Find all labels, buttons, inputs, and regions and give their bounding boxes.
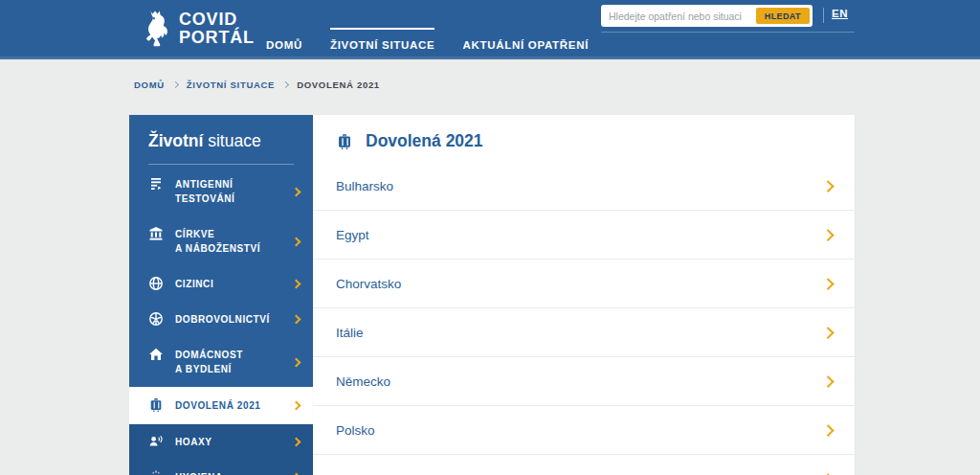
globe-icon <box>148 276 165 291</box>
country-list: BulharskoEgyptChorvatskoItálieNěmeckoPol… <box>313 162 855 475</box>
country-link-italie[interactable]: Itálie <box>313 308 855 357</box>
country-link-chorvatsko[interactable]: Chorvatsko <box>313 260 855 308</box>
search-input[interactable] <box>601 11 756 22</box>
chevron-right-icon <box>292 401 301 411</box>
sidebar-item-label: CIZINCI <box>175 277 213 291</box>
chevron-right-icon <box>822 424 834 436</box>
country-label: Portugalsko <box>336 472 404 475</box>
header-underline <box>601 32 855 33</box>
sidebar-item-label: DOVOLENÁ 2021 <box>175 398 261 413</box>
sidebar-item-label: CÍRKVE A NÁBOŽENSTVÍ <box>175 227 260 256</box>
chevron-right-icon <box>292 187 301 196</box>
breadcrumb-separator-icon <box>282 80 289 87</box>
country-link-egypt[interactable]: Egypt <box>313 211 855 260</box>
chevron-right-icon <box>292 280 301 289</box>
nav-item-aktualni-opatreni[interactable]: AKTUÁLNÍ OPATŘENÍ <box>462 28 589 51</box>
chevron-right-icon <box>822 229 834 240</box>
breadcrumb-item-dovolena-2021: DOVOLENÁ 2021 <box>297 79 380 90</box>
page-title: Dovolená 2021 <box>366 131 483 151</box>
chevron-right-icon <box>292 438 301 447</box>
test-list-icon <box>148 176 165 192</box>
sidebar-item-hoaxy[interactable]: HOAXY <box>129 424 313 460</box>
sidebar-title-bold: Životní <box>148 131 203 150</box>
temple-icon <box>148 226 165 241</box>
country-label: Německo <box>336 374 390 389</box>
sidebar-item-dovolena-2021[interactable]: DOVOLENÁ 2021 <box>129 387 313 424</box>
sidebar-item-label: DOMÁCNOST A BYDLENÍ <box>175 348 243 376</box>
breadcrumb-item-domu[interactable]: DOMŮ <box>134 79 165 90</box>
country-label: Bulharsko <box>336 179 393 193</box>
chevron-right-icon <box>292 315 301 325</box>
country-link-nemecko[interactable]: Německo <box>313 357 855 406</box>
chevron-right-icon <box>822 375 834 387</box>
sidebar-item-cirkve-a-nabozenstvi[interactable]: CÍRKVE A NÁBOŽENSTVÍ <box>129 216 313 266</box>
language-link-en[interactable]: EN <box>832 8 848 19</box>
sidebar: Životní situace ANTIGENNÍ TESTOVÁNÍCÍRKV… <box>129 115 313 475</box>
suitcase-icon <box>148 397 165 413</box>
country-label: Polsko <box>336 423 375 438</box>
content-card: Dovolená 2021 BulharskoEgyptChorvatskoIt… <box>313 115 855 475</box>
breadcrumb-item-zivotni-situace[interactable]: ŽIVOTNÍ SITUACE <box>187 79 275 90</box>
country-link-portugalsko[interactable]: Portugalsko <box>313 455 855 475</box>
sidebar-item-hygiena[interactable]: HYGIENA <box>129 460 313 475</box>
sidebar-item-domacnost-a-bydleni[interactable]: DOMÁCNOST A BYDLENÍ <box>129 337 313 387</box>
header-vertical-divider <box>823 8 824 23</box>
country-label: Itálie <box>336 326 364 340</box>
search-bar: HLEDAT <box>601 5 813 27</box>
sidebar-item-label: HYGIENA <box>175 470 223 475</box>
suitcase-icon <box>336 133 353 150</box>
sidebar-item-label: DOBROVOLNICTVÍ <box>175 312 270 327</box>
sidebar-divider <box>148 164 294 165</box>
search-button[interactable]: HLEDAT <box>756 8 810 24</box>
logo-line1: COVID <box>179 11 255 29</box>
chevron-right-icon <box>822 327 834 338</box>
helm-wheel-icon <box>148 311 165 327</box>
nav-item-domu[interactable]: DOMŮ <box>266 28 302 51</box>
hand-hygiene-icon <box>148 469 165 475</box>
header: COVID PORTÁL DOMŮŽIVOTNÍ SITUACEAKTUÁLNÍ… <box>0 0 980 59</box>
sidebar-title-regular: situace <box>203 131 260 150</box>
page-title-row: Dovolená 2021 <box>313 115 855 162</box>
covid-portal-page: COVID PORTÁL DOMŮŽIVOTNÍ SITUACEAKTUÁLNÍ… <box>0 0 980 475</box>
sidebar-item-antigenni-testovani[interactable]: ANTIGENNÍ TESTOVÁNÍ <box>129 167 313 216</box>
speaking-person-icon <box>148 434 165 449</box>
breadcrumb: DOMŮŽIVOTNÍ SITUACEDOVOLENÁ 2021 <box>134 79 380 90</box>
sidebar-item-label: HOAXY <box>175 435 212 449</box>
sidebar-menu: ANTIGENNÍ TESTOVÁNÍCÍRKVE A NÁBOŽENSTVÍC… <box>129 167 313 475</box>
logo[interactable]: COVID PORTÁL <box>141 9 255 49</box>
breadcrumb-separator-icon <box>172 80 179 87</box>
chevron-right-icon <box>292 357 301 367</box>
country-label: Chorvatsko <box>336 277 401 291</box>
main-nav: DOMŮŽIVOTNÍ SITUACEAKTUÁLNÍ OPATŘENÍ <box>266 28 589 51</box>
sidebar-item-label: ANTIGENNÍ TESTOVÁNÍ <box>175 177 234 206</box>
house-icon <box>148 347 165 362</box>
country-link-bulharsko[interactable]: Bulharsko <box>313 162 855 211</box>
logo-text: COVID PORTÁL <box>179 11 255 47</box>
country-label: Egypt <box>336 228 369 242</box>
chevron-right-icon <box>822 278 834 289</box>
chevron-right-icon <box>822 180 834 192</box>
sidebar-title: Životní situace <box>129 115 313 164</box>
sidebar-item-cizinci[interactable]: CIZINCI <box>129 266 313 302</box>
logo-line2: PORTÁL <box>179 29 255 47</box>
czech-lion-icon <box>141 9 170 49</box>
sidebar-item-dobrovolnictvi[interactable]: DOBROVOLNICTVÍ <box>129 302 313 337</box>
country-link-polsko[interactable]: Polsko <box>313 406 855 455</box>
nav-item-zivotni-situace[interactable]: ŽIVOTNÍ SITUACE <box>330 28 435 51</box>
chevron-right-icon <box>292 237 301 246</box>
